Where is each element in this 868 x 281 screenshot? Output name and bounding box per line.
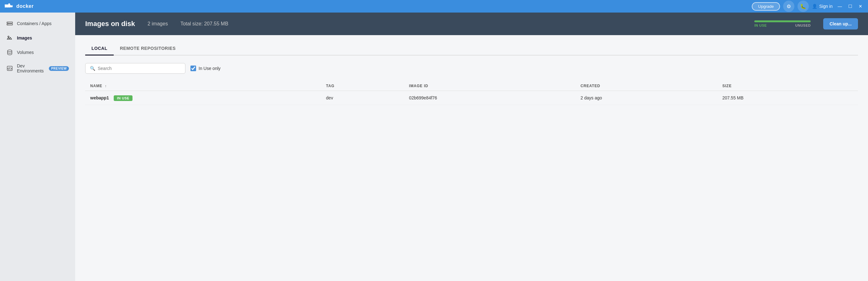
banner-usage: IN USE UNUSED xyxy=(754,20,811,27)
row-image-id-cell: 02b699e84f76 xyxy=(404,91,576,105)
usage-labels: IN USE UNUSED xyxy=(754,24,811,27)
row-size-cell: 207.55 MB xyxy=(717,91,858,105)
containers-icon xyxy=(6,20,13,27)
svg-point-11 xyxy=(8,36,9,37)
banner-count: 2 images xyxy=(148,21,168,27)
preview-badge: PREVIEW xyxy=(49,66,69,71)
account-icon: 👤 xyxy=(812,4,817,9)
images-panel: LOCAL REMOTE REPOSITORIES 🔍 In Use only xyxy=(75,35,868,281)
banner-title: Images on disk xyxy=(85,20,135,28)
sidebar-item-images-label: Images xyxy=(17,35,32,40)
docker-logo: docker xyxy=(4,1,33,11)
in-use-checkbox[interactable] xyxy=(190,65,196,71)
col-name: NAME ↑ xyxy=(85,81,321,91)
in-use-only-label: In Use only xyxy=(198,66,220,71)
search-input[interactable] xyxy=(98,66,181,71)
banner-total-size: Total size: 207.55 MB xyxy=(180,21,228,27)
tab-remote[interactable]: REMOTE REPOSITORIES xyxy=(114,43,182,56)
window-controls: — ☐ ✕ xyxy=(836,3,864,9)
search-row: 🔍 In Use only xyxy=(85,63,858,74)
close-button[interactable]: ✕ xyxy=(857,3,864,9)
svg-rect-10 xyxy=(7,25,8,25)
sort-icon: ↑ xyxy=(105,84,107,88)
sidebar-item-containers[interactable]: Containers / Apps xyxy=(0,16,75,31)
cleanup-button[interactable]: Clean up... xyxy=(823,18,858,29)
sidebar: Containers / Apps Images Volumes xyxy=(0,12,75,281)
sidebar-item-dev-environments[interactable]: Dev Environments PREVIEW xyxy=(0,60,75,77)
table-header-row: NAME ↑ TAG IMAGE ID CREATED SIZE xyxy=(85,81,858,91)
image-name: webapp1 xyxy=(90,95,109,101)
sidebar-item-images[interactable]: Images xyxy=(0,31,75,45)
row-name-cell: webapp1 IN USE xyxy=(85,91,321,105)
col-created: CREATED xyxy=(576,81,717,91)
tab-local[interactable]: LOCAL xyxy=(85,43,114,56)
titlebar: docker Upgrade ⚙ 🐛 👤 Sign in — ☐ ✕ xyxy=(0,0,868,12)
tabs: LOCAL REMOTE REPOSITORIES xyxy=(85,43,858,56)
usage-bar xyxy=(754,20,811,22)
col-tag: TAG xyxy=(321,81,404,91)
svg-point-6 xyxy=(12,5,13,6)
bug-button[interactable]: 🐛 xyxy=(798,1,809,12)
sidebar-item-volumes-label: Volumes xyxy=(17,50,34,55)
in-use-badge: IN USE xyxy=(114,95,132,101)
titlebar-left: docker xyxy=(4,1,33,11)
sidebar-item-containers-label: Containers / Apps xyxy=(17,21,52,26)
row-created-cell: 2 days ago xyxy=(576,91,717,105)
app-body: Containers / Apps Images Volumes xyxy=(0,12,868,281)
bug-icon: 🐛 xyxy=(800,3,806,9)
gear-icon: ⚙ xyxy=(786,3,791,9)
unused-label: UNUSED xyxy=(795,24,811,27)
minimize-button[interactable]: — xyxy=(836,3,844,9)
top-banner: Images on disk 2 images Total size: 207.… xyxy=(75,12,868,35)
col-size: SIZE xyxy=(717,81,858,91)
table-header: NAME ↑ TAG IMAGE ID CREATED SIZE xyxy=(85,81,858,91)
sidebar-item-dev-label: Dev Environments xyxy=(17,63,45,74)
col-image-id: IMAGE ID xyxy=(404,81,576,91)
table-body: webapp1 IN USE dev 02b699e84f76 2 days a… xyxy=(85,91,858,105)
docker-logo-icon xyxy=(4,1,14,11)
images-icon xyxy=(6,34,13,41)
usage-bar-container: IN USE UNUSED xyxy=(754,20,811,27)
svg-rect-9 xyxy=(7,23,8,23)
sidebar-item-volumes[interactable]: Volumes xyxy=(0,45,75,60)
signin-label: Sign in xyxy=(819,4,833,9)
in-use-label: IN USE xyxy=(754,24,767,27)
search-box: 🔍 xyxy=(85,63,185,74)
row-tag-cell: dev xyxy=(321,91,404,105)
settings-button[interactable]: ⚙ xyxy=(783,1,795,12)
upgrade-button[interactable]: Upgrade xyxy=(752,2,780,11)
search-icon: 🔍 xyxy=(90,66,95,71)
maximize-button[interactable]: ☐ xyxy=(846,3,854,9)
dev-environments-icon xyxy=(6,65,13,72)
usage-bar-fill xyxy=(754,20,811,22)
in-use-filter: In Use only xyxy=(190,65,220,71)
main-content: Images on disk 2 images Total size: 207.… xyxy=(75,12,868,281)
images-table: NAME ↑ TAG IMAGE ID CREATED SIZE webapp1 xyxy=(85,81,858,105)
table-row[interactable]: webapp1 IN USE dev 02b699e84f76 2 days a… xyxy=(85,91,858,105)
volumes-icon xyxy=(6,49,13,56)
titlebar-right: Upgrade ⚙ 🐛 👤 Sign in — ☐ ✕ xyxy=(752,1,864,12)
docker-wordmark: docker xyxy=(16,3,33,9)
signin-button[interactable]: 👤 Sign in xyxy=(812,4,833,9)
svg-point-12 xyxy=(7,50,12,52)
